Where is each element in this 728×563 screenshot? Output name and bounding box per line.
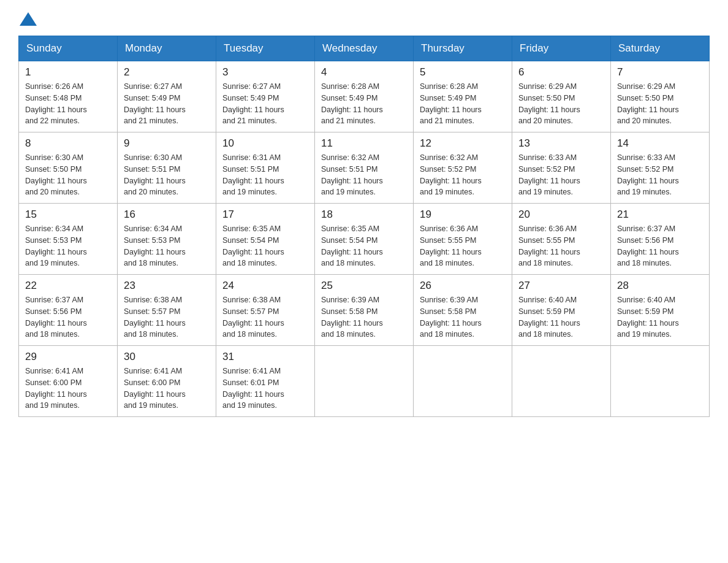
day-cell: [315, 346, 414, 417]
day-number: 25: [321, 280, 407, 292]
day-number: 21: [617, 209, 703, 221]
day-info: Sunrise: 6:37 AMSunset: 5:56 PMDaylight:…: [617, 223, 703, 269]
day-cell: 7 Sunrise: 6:29 AMSunset: 5:50 PMDayligh…: [611, 61, 710, 132]
day-number: 20: [518, 209, 604, 221]
day-info: Sunrise: 6:29 AMSunset: 5:50 PMDaylight:…: [617, 81, 703, 127]
col-header-saturday: Saturday: [611, 36, 710, 61]
day-info: Sunrise: 6:33 AMSunset: 5:52 PMDaylight:…: [518, 152, 604, 198]
page-header: [18, 12, 710, 26]
day-cell: [414, 346, 512, 417]
day-number: 26: [420, 280, 506, 292]
day-cell: 10 Sunrise: 6:31 AMSunset: 5:51 PMDaylig…: [216, 132, 315, 204]
day-cell: 27 Sunrise: 6:40 AMSunset: 5:59 PMDaylig…: [512, 275, 611, 346]
day-number: 31: [222, 351, 308, 363]
day-info: Sunrise: 6:36 AMSunset: 5:55 PMDaylight:…: [420, 223, 506, 269]
day-cell: 29 Sunrise: 6:41 AMSunset: 6:00 PMDaylig…: [19, 346, 118, 417]
day-info: Sunrise: 6:41 AMSunset: 6:00 PMDaylight:…: [124, 366, 210, 412]
day-number: 12: [420, 137, 506, 150]
day-cell: 25 Sunrise: 6:39 AMSunset: 5:58 PMDaylig…: [315, 275, 414, 346]
day-number: 8: [25, 137, 111, 150]
day-number: 15: [25, 209, 111, 221]
header-row: SundayMondayTuesdayWednesdayThursdayFrid…: [19, 36, 710, 61]
day-number: 2: [124, 66, 210, 79]
col-header-tuesday: Tuesday: [216, 36, 315, 61]
day-cell: 20 Sunrise: 6:36 AMSunset: 5:55 PMDaylig…: [512, 204, 611, 275]
day-info: Sunrise: 6:41 AMSunset: 6:01 PMDaylight:…: [222, 366, 308, 412]
day-cell: 19 Sunrise: 6:36 AMSunset: 5:55 PMDaylig…: [414, 204, 512, 275]
day-info: Sunrise: 6:33 AMSunset: 5:52 PMDaylight:…: [617, 152, 703, 198]
day-cell: 3 Sunrise: 6:27 AMSunset: 5:49 PMDayligh…: [216, 61, 315, 132]
day-info: Sunrise: 6:35 AMSunset: 5:54 PMDaylight:…: [321, 223, 407, 269]
logo-text: [18, 12, 38, 26]
day-number: 5: [420, 66, 506, 79]
week-row-2: 8 Sunrise: 6:30 AMSunset: 5:50 PMDayligh…: [19, 132, 710, 204]
day-cell: [512, 346, 611, 417]
day-number: 1: [25, 66, 111, 79]
day-info: Sunrise: 6:32 AMSunset: 5:52 PMDaylight:…: [420, 152, 506, 198]
day-number: 13: [518, 137, 604, 150]
logo-triangle-icon: [20, 12, 37, 26]
day-cell: 4 Sunrise: 6:28 AMSunset: 5:49 PMDayligh…: [315, 61, 414, 132]
day-info: Sunrise: 6:36 AMSunset: 5:55 PMDaylight:…: [518, 223, 604, 269]
day-cell: 1 Sunrise: 6:26 AMSunset: 5:48 PMDayligh…: [19, 61, 118, 132]
day-cell: 14 Sunrise: 6:33 AMSunset: 5:52 PMDaylig…: [611, 132, 710, 204]
day-info: Sunrise: 6:39 AMSunset: 5:58 PMDaylight:…: [420, 294, 506, 340]
day-cell: 9 Sunrise: 6:30 AMSunset: 5:51 PMDayligh…: [118, 132, 216, 204]
col-header-monday: Monday: [118, 36, 216, 61]
day-info: Sunrise: 6:37 AMSunset: 5:56 PMDaylight:…: [25, 294, 111, 340]
week-row-1: 1 Sunrise: 6:26 AMSunset: 5:48 PMDayligh…: [19, 61, 710, 132]
day-cell: 24 Sunrise: 6:38 AMSunset: 5:57 PMDaylig…: [216, 275, 315, 346]
day-cell: [611, 346, 710, 417]
day-number: 7: [617, 66, 703, 79]
day-number: 27: [518, 280, 604, 292]
day-number: 30: [124, 351, 210, 363]
day-info: Sunrise: 6:35 AMSunset: 5:54 PMDaylight:…: [222, 223, 308, 269]
day-cell: 2 Sunrise: 6:27 AMSunset: 5:49 PMDayligh…: [118, 61, 216, 132]
day-number: 6: [518, 66, 604, 79]
day-cell: 12 Sunrise: 6:32 AMSunset: 5:52 PMDaylig…: [414, 132, 512, 204]
col-header-wednesday: Wednesday: [315, 36, 414, 61]
day-number: 11: [321, 137, 407, 150]
day-info: Sunrise: 6:38 AMSunset: 5:57 PMDaylight:…: [124, 294, 210, 340]
day-cell: 31 Sunrise: 6:41 AMSunset: 6:01 PMDaylig…: [216, 346, 315, 417]
day-cell: 5 Sunrise: 6:28 AMSunset: 5:49 PMDayligh…: [414, 61, 512, 132]
calendar-table: SundayMondayTuesdayWednesdayThursdayFrid…: [18, 36, 710, 417]
day-number: 23: [124, 280, 210, 292]
day-info: Sunrise: 6:28 AMSunset: 5:49 PMDaylight:…: [420, 81, 506, 127]
day-number: 29: [25, 351, 111, 363]
day-info: Sunrise: 6:27 AMSunset: 5:49 PMDaylight:…: [124, 81, 210, 127]
day-info: Sunrise: 6:30 AMSunset: 5:50 PMDaylight:…: [25, 152, 111, 198]
day-info: Sunrise: 6:27 AMSunset: 5:49 PMDaylight:…: [222, 81, 308, 127]
week-row-4: 22 Sunrise: 6:37 AMSunset: 5:56 PMDaylig…: [19, 275, 710, 346]
week-row-5: 29 Sunrise: 6:41 AMSunset: 6:00 PMDaylig…: [19, 346, 710, 417]
day-number: 9: [124, 137, 210, 150]
day-info: Sunrise: 6:40 AMSunset: 5:59 PMDaylight:…: [617, 294, 703, 340]
day-info: Sunrise: 6:38 AMSunset: 5:57 PMDaylight:…: [222, 294, 308, 340]
day-number: 16: [124, 209, 210, 221]
day-info: Sunrise: 6:41 AMSunset: 6:00 PMDaylight:…: [25, 366, 111, 412]
day-number: 28: [617, 280, 703, 292]
day-cell: 16 Sunrise: 6:34 AMSunset: 5:53 PMDaylig…: [118, 204, 216, 275]
day-info: Sunrise: 6:32 AMSunset: 5:51 PMDaylight:…: [321, 152, 407, 198]
logo: [18, 12, 38, 26]
day-cell: 21 Sunrise: 6:37 AMSunset: 5:56 PMDaylig…: [611, 204, 710, 275]
day-number: 22: [25, 280, 111, 292]
day-cell: 26 Sunrise: 6:39 AMSunset: 5:58 PMDaylig…: [414, 275, 512, 346]
day-number: 14: [617, 137, 703, 150]
day-cell: 8 Sunrise: 6:30 AMSunset: 5:50 PMDayligh…: [19, 132, 118, 204]
day-info: Sunrise: 6:39 AMSunset: 5:58 PMDaylight:…: [321, 294, 407, 340]
day-number: 4: [321, 66, 407, 79]
day-cell: 17 Sunrise: 6:35 AMSunset: 5:54 PMDaylig…: [216, 204, 315, 275]
day-info: Sunrise: 6:29 AMSunset: 5:50 PMDaylight:…: [518, 81, 604, 127]
day-info: Sunrise: 6:34 AMSunset: 5:53 PMDaylight:…: [124, 223, 210, 269]
day-cell: 23 Sunrise: 6:38 AMSunset: 5:57 PMDaylig…: [118, 275, 216, 346]
day-cell: 28 Sunrise: 6:40 AMSunset: 5:59 PMDaylig…: [611, 275, 710, 346]
day-info: Sunrise: 6:34 AMSunset: 5:53 PMDaylight:…: [25, 223, 111, 269]
day-info: Sunrise: 6:31 AMSunset: 5:51 PMDaylight:…: [222, 152, 308, 198]
day-number: 10: [222, 137, 308, 150]
day-number: 3: [222, 66, 308, 79]
day-info: Sunrise: 6:28 AMSunset: 5:49 PMDaylight:…: [321, 81, 407, 127]
day-cell: 18 Sunrise: 6:35 AMSunset: 5:54 PMDaylig…: [315, 204, 414, 275]
day-number: 24: [222, 280, 308, 292]
day-cell: 13 Sunrise: 6:33 AMSunset: 5:52 PMDaylig…: [512, 132, 611, 204]
